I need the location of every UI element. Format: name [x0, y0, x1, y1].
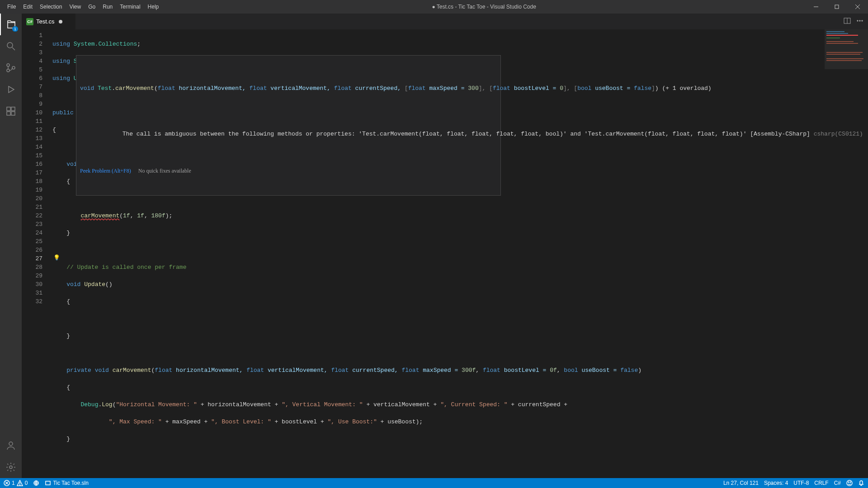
svg-marker-9: [9, 86, 14, 93]
svg-point-14: [9, 442, 13, 446]
svg-point-6: [7, 64, 9, 66]
svg-line-5: [12, 47, 15, 50]
svg-rect-1: [835, 5, 839, 9]
menu-help[interactable]: Help: [144, 0, 163, 14]
status-feedback-icon[interactable]: [846, 480, 853, 486]
svg-point-4: [7, 42, 13, 48]
menu-file[interactable]: File: [4, 0, 19, 14]
svg-rect-10: [7, 107, 10, 111]
svg-rect-13: [11, 112, 15, 115]
activity-bar: 1: [0, 14, 22, 478]
window-title: ● Test.cs - Tic Tac Toe - Visual Studio …: [162, 4, 806, 10]
ambiguous-call-error[interactable]: carMovement: [80, 212, 119, 219]
menu-view[interactable]: View: [66, 0, 85, 14]
menu-selection[interactable]: Selection: [36, 0, 66, 14]
window-controls: [806, 0, 868, 14]
svg-point-18: [857, 20, 858, 21]
status-eol[interactable]: CRLF: [814, 480, 828, 486]
hover-signature: void Test.carMovement(float horizontalMo…: [80, 75, 497, 101]
status-indent[interactable]: Spaces: 4: [764, 480, 788, 486]
editor-area: C# Test.cs 12345678910111213141516171819…: [22, 14, 868, 478]
svg-point-19: [859, 20, 860, 21]
svg-point-28: [847, 480, 852, 486]
editor-tabs: C# Test.cs: [22, 14, 868, 29]
maximize-button[interactable]: [826, 0, 847, 14]
status-solution[interactable]: Tic Tac Toe.sln: [45, 480, 88, 486]
menu-bar: File Edit Selection View Go Run Terminal…: [0, 0, 162, 14]
status-live-share-icon[interactable]: [33, 480, 39, 486]
line-numbers: 1234567891011121314151617181920212223242…: [22, 29, 52, 478]
hover-error-message: The call is ambiguous between the follow…: [80, 121, 497, 147]
menu-terminal[interactable]: Terminal: [116, 0, 144, 14]
minimize-button[interactable]: [806, 0, 826, 14]
search-icon[interactable]: [0, 35, 22, 57]
window-titlebar: File Edit Selection View Go Run Terminal…: [0, 0, 868, 14]
no-quick-fix-label: No quick fixes available: [138, 167, 191, 175]
status-problems[interactable]: 1 0: [4, 480, 28, 486]
code-content[interactable]: using System.Collections; using System.C…: [52, 29, 868, 478]
status-bar: 1 0 Tic Tac Toe.sln Ln 27, Col 121 Space…: [0, 478, 868, 488]
minimap-error-marker: [826, 35, 858, 36]
svg-rect-12: [7, 112, 10, 115]
tab-label: Test.cs: [36, 18, 54, 25]
svg-point-8: [12, 66, 15, 69]
close-button[interactable]: [847, 0, 868, 14]
accounts-icon[interactable]: [0, 435, 22, 456]
menu-go[interactable]: Go: [85, 0, 99, 14]
status-line-col[interactable]: Ln 27, Col 121: [723, 480, 759, 486]
svg-point-7: [7, 69, 9, 72]
csharp-file-icon: C#: [26, 18, 33, 25]
source-control-icon[interactable]: [0, 57, 22, 79]
explorer-badge: 1: [12, 26, 18, 32]
svg-point-20: [862, 20, 863, 21]
svg-point-25: [19, 485, 20, 485]
svg-point-29: [848, 482, 849, 483]
svg-point-15: [9, 466, 12, 469]
run-debug-icon[interactable]: [0, 79, 22, 100]
menu-edit[interactable]: Edit: [19, 0, 36, 14]
unsaved-indicator-icon: [59, 20, 62, 23]
menu-run[interactable]: Run: [99, 0, 116, 14]
code-editor[interactable]: 1234567891011121314151617181920212223242…: [22, 29, 868, 478]
error-hover-tooltip: void Test.carMovement(float horizontalMo…: [76, 55, 501, 196]
peek-problem-link[interactable]: Peek Problem (Alt+F8): [80, 167, 131, 175]
settings-gear-icon[interactable]: [0, 456, 22, 478]
svg-rect-27: [46, 481, 50, 485]
lightbulb-icon[interactable]: 💡: [53, 254, 60, 261]
explorer-icon[interactable]: 1: [0, 14, 22, 35]
status-language[interactable]: C#: [834, 480, 841, 486]
status-encoding[interactable]: UTF-8: [793, 480, 809, 486]
minimap[interactable]: [825, 29, 868, 478]
more-actions-icon[interactable]: [856, 17, 863, 26]
svg-point-30: [850, 482, 851, 483]
tab-test-cs[interactable]: C# Test.cs: [22, 14, 76, 29]
svg-rect-11: [11, 107, 15, 111]
extensions-icon[interactable]: [0, 100, 22, 122]
split-editor-icon[interactable]: [844, 17, 851, 26]
status-notifications-icon[interactable]: [858, 480, 864, 486]
